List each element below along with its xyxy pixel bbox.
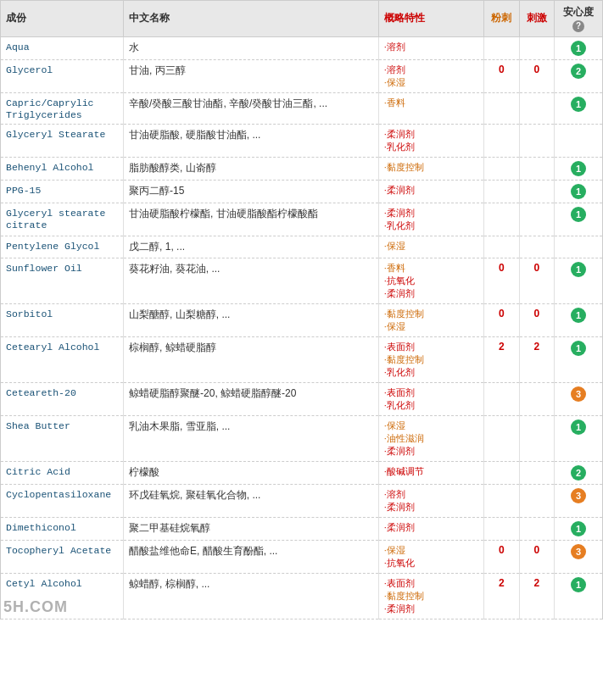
chinese-name-cell: 葵花籽油, 葵花油, ... [124,258,379,303]
powder-cell [484,517,519,540]
ingredient-link[interactable]: Pentylene Glycol [6,241,99,252]
ingredient-link[interactable]: PPG-15 [6,185,41,196]
irritation-cell [519,517,554,540]
irritation-cell: 0 [519,540,554,573]
chinese-name-cell: 柠檬酸 [124,461,379,484]
powder-cell: 0 [484,303,519,336]
safety-badge: 1 [571,341,586,356]
prop-tag: ·表面剂 [384,386,478,399]
safety-badge: 1 [571,207,586,222]
ingredient-link[interactable]: Shea Butter [6,420,70,431]
ingredient-name-cell: Citric Acid [1,461,124,484]
prop-tag: ·香料 [384,97,478,109]
prop-tag: ·柔润剂 [384,445,478,458]
table-row: Sunflower Oil葵花籽油, 葵花油, ...·香料·抗氧化·柔润剂00… [1,258,603,303]
prop-tag: ·溶剂 [384,41,478,53]
powder-cell: 0 [484,540,519,573]
safety-cell: 1 [554,36,602,59]
ingredient-link[interactable]: Glyceryl stearate citrate [6,208,105,231]
ingredient-link[interactable]: Dimethiconol [6,522,76,533]
chinese-name-cell: 乳油木果脂, 雪亚脂, ... [124,415,379,461]
ingredient-link[interactable]: Glycerol [6,64,53,75]
prop-tag: ·柔润剂 [384,501,478,514]
col-header-props: 概略特性 [378,1,483,37]
chinese-name-text: 辛酸/癸酸三酸甘油酯, 辛酸/癸酸甘油三酯, ... [129,97,327,109]
irritation-cell [519,124,554,157]
chinese-name-text: 柠檬酸 [129,466,159,478]
ingredient-name-cell: Capric/CaprylicTriglycerides [1,92,124,124]
ingredient-link[interactable]: Triglycerides [6,109,82,120]
ingredient-name-cell: Dimethiconol [1,517,124,540]
chinese-name-cell: 山梨醣醇, 山梨糖醇, ... [124,303,379,336]
table-row: Ceteareth-20鲸蜡硬脂醇聚醚-20, 鲸蜡硬脂醇醚-20·表面剂·乳化… [1,382,603,415]
help-icon[interactable]: ? [572,20,584,32]
irritation-cell [519,415,554,461]
chinese-name-cell: 聚丙二醇-15 [124,180,379,203]
safety-badge: 1 [571,419,586,435]
irritation-cell [519,92,554,124]
chinese-name-text: 甘油硬脂酸柠檬酯, 甘油硬脂酸酯柠檬酸酯 [129,208,318,219]
safety-cell: 3 [554,382,602,415]
powder-cell [484,382,519,415]
prop-tag: ·保湿 [384,320,478,333]
table-row: Cyclopentasiloxane环戊硅氧烷, 聚硅氧化合物, ...·溶剂·… [1,484,603,517]
chinese-name-text: 甘油, 丙三醇 [129,64,186,76]
ingredient-link[interactable]: Sunflower Oil [6,263,82,274]
safety-badge: 1 [571,308,586,323]
ingredient-link[interactable]: Capric/Caprylic [6,97,94,108]
irritation-cell [519,157,554,180]
ingredient-name-cell: Aqua [1,36,124,59]
irritation-cell: 0 [519,258,554,303]
prop-tag: ·黏度控制 [384,353,478,366]
ingredient-link[interactable]: Glyceryl Stearate [6,129,105,140]
safety-badge: 1 [571,184,586,199]
table-row: Glyceryl stearate citrate甘油硬脂酸柠檬酯, 甘油硬脂酸… [1,203,603,236]
irritation-cell [519,461,554,484]
prop-tag: ·黏度控制 [384,161,478,174]
safety-cell: 1 [554,573,602,619]
chinese-name-cell: 甘油, 丙三醇 [124,59,379,92]
powder-cell [484,157,519,180]
table-row: Glycerol甘油, 丙三醇·溶剂·保湿002 [1,59,603,92]
props-cell: ·黏度控制 [378,157,483,180]
prop-tag: ·柔润剂 [384,207,478,219]
chinese-name-text: 脂肪酸醇类, 山嵛醇 [129,162,216,174]
safety-cell: 2 [554,461,602,484]
irritation-cell [519,203,554,236]
irritation-cell [519,382,554,415]
ingredient-link[interactable]: Cyclopentasiloxane [6,489,111,500]
props-cell: ·表面剂·黏度控制·柔润剂 [378,573,483,619]
safety-cell: 3 [554,540,602,573]
ingredient-link[interactable]: Citric Acid [6,466,70,477]
safety-badge: 1 [571,577,586,592]
chinese-name-cell: 脂肪酸醇类, 山嵛醇 [124,157,379,180]
ingredient-link[interactable]: Cetyl Alcohol [6,578,82,589]
irritation-cell: 0 [519,59,554,92]
ingredient-link[interactable]: Aqua [6,42,30,53]
prop-tag: ·乳化剂 [384,366,478,379]
ingredient-link[interactable]: Tocopheryl Acetate [6,545,111,556]
prop-tag: ·乳化剂 [384,399,478,412]
chinese-name-text: 环戊硅氧烷, 聚硅氧化合物, ... [129,489,260,501]
table-row: Pentylene Glycol戊二醇, 1, ...·保湿 [1,236,603,258]
chinese-name-text: 聚二甲基硅烷氧醇 [129,522,210,534]
col-header-irritation: 刺激 [519,1,554,37]
safety-cell [554,124,602,157]
irritation-cell [519,180,554,203]
ingredient-name-cell: Cyclopentasiloxane [1,484,124,517]
ingredient-link[interactable]: Sorbitol [6,308,53,319]
safety-badge: 1 [571,41,586,56]
prop-tag: ·保湿 [384,240,478,253]
chinese-name-cell: 聚二甲基硅烷氧醇 [124,517,379,540]
ingredient-link[interactable]: Cetearyl Alcohol [6,342,99,353]
powder-cell [484,236,519,258]
chinese-name-text: 山梨醣醇, 山梨糖醇, ... [129,308,230,320]
prop-tag: ·溶剂 [384,488,478,501]
props-cell: ·保湿·抗氧化 [378,540,483,573]
safety-cell: 1 [554,203,602,236]
ingredient-link[interactable]: Behenyl Alcohol [6,162,94,173]
ingredient-link[interactable]: Ceteareth-20 [6,387,76,398]
safety-cell: 1 [554,415,602,461]
safety-badge: 2 [571,64,586,79]
prop-tag: ·表面剂 [384,577,478,590]
